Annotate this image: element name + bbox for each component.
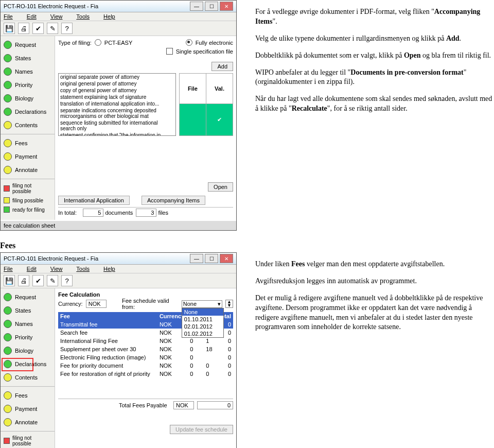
- file-row-valid[interactable]: ✔: [180, 104, 233, 135]
- sidebar-item-request[interactable]: Request: [1, 38, 55, 51]
- fee-calc-heading: Fee Calculation: [58, 291, 233, 298]
- radio-pct-easy[interactable]: [95, 39, 101, 46]
- close-icon[interactable]: ✕: [220, 254, 233, 263]
- save-icon[interactable]: 💾: [4, 275, 15, 286]
- sidebar-item-names[interactable]: Names: [1, 317, 55, 331]
- menu-help[interactable]: Help: [103, 266, 121, 272]
- sidebar-item-states[interactable]: States: [1, 304, 55, 317]
- total-fees-value: 0: [197, 401, 233, 409]
- help-icon[interactable]: ?: [61, 23, 73, 34]
- sidebar: Request States Names Priority Biology De…: [1, 36, 55, 220]
- screenshot-fees: PCT-RO-101 Electronic Request - Fia — ☐ …: [0, 252, 237, 448]
- legend-yellow: filing possible: [1, 196, 55, 205]
- checkbox-single-spec[interactable]: [166, 48, 173, 55]
- fee-row-priority[interactable]: Fee for priority documentNOK000: [58, 361, 233, 370]
- sidebar-item-biology[interactable]: Biology: [1, 92, 55, 105]
- update-fee-button[interactable]: Update fee schedule: [170, 425, 233, 434]
- sidebar-item-payment[interactable]: Payment: [1, 150, 55, 163]
- currency-label: Currency:: [58, 301, 83, 307]
- sidebar-2: Request States Names Priority Biology De…: [1, 288, 55, 448]
- maximize-icon[interactable]: ☐: [205, 254, 218, 263]
- fee-row-intl-filing[interactable]: International Filing FeeNOK010: [58, 337, 233, 345]
- highlight-fees: [2, 358, 33, 371]
- sidebar-item-names[interactable]: Names: [1, 65, 55, 78]
- print-icon[interactable]: 🖨: [18, 23, 29, 34]
- window-titlebar-2: PCT-RO-101 Electronic Request - Fia — ☐ …: [1, 253, 236, 265]
- check-icon[interactable]: ✔: [32, 23, 44, 34]
- fees-heading: Fees: [0, 241, 494, 250]
- legend-green: ready for filing: [1, 205, 55, 214]
- main-pane-fees: Fee Calculation Currency: NOK Fee schedu…: [55, 288, 236, 448]
- document-types-list[interactable]: original separate power of attorney orig…: [58, 73, 176, 136]
- sidebar-item-fees[interactable]: Fees: [1, 136, 55, 150]
- menu-edit[interactable]: Edit: [27, 266, 43, 272]
- total-fees-currency: NOK: [173, 401, 194, 409]
- minimize-icon[interactable]: —: [190, 2, 203, 11]
- screenshot-accompanying: PCT-RO-101 Electronic Request - Fia — ☐ …: [0, 0, 237, 231]
- fee-sheet-tab[interactable]: fee calculation sheet: [1, 220, 236, 230]
- menubar: File Edit View Tools Help: [1, 12, 236, 21]
- main-pane: Type of filing: PCT-EASY Fully electroni…: [55, 36, 236, 220]
- menu-file[interactable]: File: [4, 266, 19, 272]
- save-icon[interactable]: 💾: [4, 23, 15, 34]
- fee-row-restoration[interactable]: Fee for restoration of right of priority…: [58, 370, 233, 378]
- add-button[interactable]: Add: [211, 62, 233, 71]
- tab-accompanying-items[interactable]: Accompanying Items: [142, 196, 205, 205]
- minimize-icon[interactable]: —: [190, 254, 203, 263]
- sidebar-item-annotate[interactable]: Annotate: [1, 163, 55, 177]
- sidebar-item-states[interactable]: States: [1, 51, 55, 65]
- print-icon[interactable]: 🖨: [18, 275, 29, 286]
- menu-tools[interactable]: Tools: [76, 13, 96, 20]
- help-icon[interactable]: ?: [61, 275, 73, 286]
- sidebar-item-contents[interactable]: Contents: [1, 371, 55, 384]
- sidebar-item-contents[interactable]: Contents: [1, 118, 55, 132]
- currency-value: NOK: [86, 300, 107, 308]
- fee-row-supplement[interactable]: Supplement per sheet over 30NOK0180: [58, 345, 233, 353]
- window-titlebar: PCT-RO-101 Electronic Request - Fia — ☐ …: [1, 1, 236, 12]
- sidebar-item-payment[interactable]: Payment: [1, 402, 55, 416]
- stepper-icon[interactable]: ▲▼: [225, 300, 233, 308]
- toolbar: 💾 🖨 ✔ ✎ ?: [1, 21, 236, 36]
- radio-fully-electronic[interactable]: [186, 39, 192, 46]
- instruction-block-1: For å vedlegge øvrige dokumenter i PDF-f…: [246, 0, 494, 121]
- menubar-2: File Edit View Tools Help: [1, 265, 236, 273]
- instruction-block-2: Under liken Fees velger man den mest opp…: [246, 252, 494, 339]
- menu-help[interactable]: Help: [103, 13, 121, 20]
- menu-edit[interactable]: Edit: [27, 13, 43, 20]
- legend-red: filing not possible: [1, 434, 55, 448]
- open-button[interactable]: Open: [208, 182, 233, 192]
- schedule-options[interactable]: None 01.10.2011 02.01.2012 01.02.2012: [182, 308, 224, 338]
- total-label: In total:: [58, 210, 77, 216]
- total-docs-value: 5: [83, 209, 103, 217]
- sidebar-item-fees[interactable]: Fees: [1, 389, 55, 402]
- sidebar-item-priority[interactable]: Priority: [1, 78, 55, 92]
- window-title-2: PCT-RO-101 Electronic Request - Fia: [4, 255, 98, 262]
- close-icon[interactable]: ✕: [220, 2, 233, 11]
- check-icon[interactable]: ✔: [32, 275, 44, 286]
- total-files-value: 3: [136, 209, 156, 217]
- sidebar-item-declarations[interactable]: Declarations: [1, 105, 55, 118]
- window-title: PCT-RO-101 Electronic Request - Fia: [4, 3, 98, 9]
- file-val-table: FileVal. ✔: [179, 73, 233, 136]
- fee-row-efiling[interactable]: Electronic Filing reduction (image)NOK00: [58, 353, 233, 361]
- schedule-label: Fee schedule valid from:: [122, 298, 179, 310]
- sidebar-item-request[interactable]: Request: [1, 290, 55, 304]
- total-fees-label: Total Fees Payable: [119, 402, 170, 408]
- sign-icon[interactable]: ✎: [47, 275, 58, 286]
- menu-view[interactable]: View: [50, 266, 69, 272]
- sidebar-item-annotate[interactable]: Annotate: [1, 416, 55, 429]
- toolbar-2: 💾 🖨 ✔ ✎ ?: [1, 273, 236, 288]
- tab-international-application[interactable]: International Application: [58, 196, 130, 205]
- schedule-dropdown[interactable]: None▾ None 01.10.2011 02.01.2012 01.02.2…: [182, 300, 222, 308]
- sidebar-item-priority[interactable]: Priority: [1, 331, 55, 344]
- legend-red: filing not possible: [1, 181, 55, 196]
- menu-tools[interactable]: Tools: [76, 266, 96, 272]
- menu-view[interactable]: View: [50, 13, 69, 20]
- sign-icon[interactable]: ✎: [47, 23, 58, 34]
- maximize-icon[interactable]: ☐: [205, 2, 218, 11]
- menu-file[interactable]: File: [4, 13, 19, 20]
- sidebar-item-biology[interactable]: Biology: [1, 344, 55, 357]
- type-of-filing-label: Type of filing:: [58, 40, 92, 46]
